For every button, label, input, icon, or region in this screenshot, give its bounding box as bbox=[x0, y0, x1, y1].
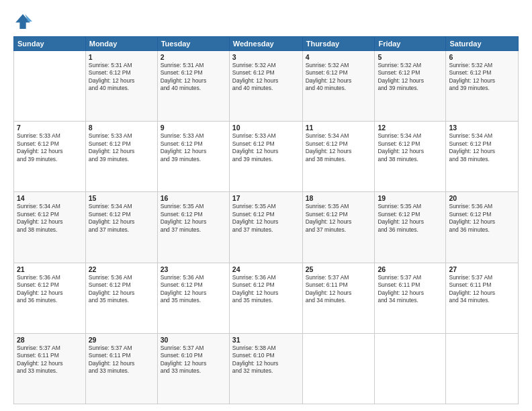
calendar-week-row: 14Sunrise: 5:34 AM Sunset: 6:12 PM Dayli… bbox=[14, 192, 519, 263]
day-number: 10 bbox=[232, 124, 300, 132]
day-number: 27 bbox=[449, 265, 515, 273]
weekday-header-tuesday: Tuesday bbox=[157, 37, 229, 51]
day-info: Sunrise: 5:36 AM Sunset: 6:12 PM Dayligh… bbox=[17, 274, 83, 305]
day-info: Sunrise: 5:36 AM Sunset: 6:12 PM Dayligh… bbox=[161, 274, 226, 305]
calendar-cell bbox=[446, 333, 519, 404]
day-number: 26 bbox=[378, 265, 443, 273]
day-info: Sunrise: 5:31 AM Sunset: 6:12 PM Dayligh… bbox=[89, 62, 154, 93]
day-number: 30 bbox=[161, 336, 226, 344]
day-info: Sunrise: 5:34 AM Sunset: 6:12 PM Dayligh… bbox=[89, 203, 154, 234]
day-number: 11 bbox=[306, 124, 372, 132]
weekday-header-sunday: Sunday bbox=[14, 37, 86, 51]
calendar-cell: 27Sunrise: 5:37 AM Sunset: 6:11 PM Dayli… bbox=[446, 263, 519, 333]
day-number: 8 bbox=[89, 124, 154, 132]
day-number: 19 bbox=[378, 194, 443, 202]
calendar-cell: 20Sunrise: 5:36 AM Sunset: 6:12 PM Dayli… bbox=[446, 192, 519, 263]
day-number: 15 bbox=[89, 194, 154, 202]
weekday-header-monday: Monday bbox=[85, 37, 157, 51]
calendar-cell: 22Sunrise: 5:36 AM Sunset: 6:12 PM Dayli… bbox=[85, 263, 157, 333]
day-number: 29 bbox=[89, 336, 154, 344]
svg-marker-0 bbox=[15, 14, 30, 29]
day-info: Sunrise: 5:34 AM Sunset: 6:12 PM Dayligh… bbox=[17, 203, 83, 234]
day-number: 4 bbox=[306, 53, 372, 61]
day-info: Sunrise: 5:33 AM Sunset: 6:12 PM Dayligh… bbox=[161, 132, 226, 163]
day-info: Sunrise: 5:34 AM Sunset: 6:12 PM Dayligh… bbox=[306, 132, 372, 163]
day-info: Sunrise: 5:35 AM Sunset: 6:12 PM Dayligh… bbox=[161, 203, 226, 234]
day-info: Sunrise: 5:34 AM Sunset: 6:12 PM Dayligh… bbox=[449, 132, 515, 163]
weekday-header-friday: Friday bbox=[375, 37, 446, 51]
day-number: 2 bbox=[161, 53, 226, 61]
day-number: 24 bbox=[232, 265, 300, 273]
calendar-week-row: 21Sunrise: 5:36 AM Sunset: 6:12 PM Dayli… bbox=[14, 263, 519, 333]
day-info: Sunrise: 5:34 AM Sunset: 6:12 PM Dayligh… bbox=[378, 132, 443, 163]
calendar-cell: 11Sunrise: 5:34 AM Sunset: 6:12 PM Dayli… bbox=[302, 122, 375, 192]
calendar-cell: 6Sunrise: 5:32 AM Sunset: 6:12 PM Daylig… bbox=[446, 51, 519, 122]
calendar-cell: 12Sunrise: 5:34 AM Sunset: 6:12 PM Dayli… bbox=[375, 122, 446, 192]
calendar-cell: 31Sunrise: 5:38 AM Sunset: 6:10 PM Dayli… bbox=[229, 333, 302, 404]
calendar-cell: 13Sunrise: 5:34 AM Sunset: 6:12 PM Dayli… bbox=[446, 122, 519, 192]
day-number: 6 bbox=[449, 53, 515, 61]
day-number: 1 bbox=[89, 53, 154, 61]
calendar-week-row: 1Sunrise: 5:31 AM Sunset: 6:12 PM Daylig… bbox=[14, 51, 519, 122]
day-number: 9 bbox=[161, 124, 226, 132]
day-number: 12 bbox=[378, 124, 443, 132]
calendar-cell: 16Sunrise: 5:35 AM Sunset: 6:12 PM Dayli… bbox=[157, 192, 229, 263]
calendar-cell: 10Sunrise: 5:33 AM Sunset: 6:12 PM Dayli… bbox=[229, 122, 302, 192]
calendar-cell: 28Sunrise: 5:37 AM Sunset: 6:11 PM Dayli… bbox=[14, 333, 86, 404]
day-info: Sunrise: 5:32 AM Sunset: 6:12 PM Dayligh… bbox=[378, 62, 443, 93]
day-number: 18 bbox=[306, 194, 372, 202]
day-info: Sunrise: 5:33 AM Sunset: 6:12 PM Dayligh… bbox=[89, 132, 154, 163]
logo-icon bbox=[13, 12, 32, 31]
day-info: Sunrise: 5:37 AM Sunset: 6:11 PM Dayligh… bbox=[306, 274, 372, 305]
weekday-header-saturday: Saturday bbox=[446, 37, 519, 51]
calendar-cell: 7Sunrise: 5:33 AM Sunset: 6:12 PM Daylig… bbox=[14, 122, 86, 192]
day-info: Sunrise: 5:37 AM Sunset: 6:11 PM Dayligh… bbox=[449, 274, 515, 305]
calendar-week-row: 28Sunrise: 5:37 AM Sunset: 6:11 PM Dayli… bbox=[14, 333, 519, 404]
logo bbox=[13, 12, 35, 31]
day-info: Sunrise: 5:32 AM Sunset: 6:12 PM Dayligh… bbox=[232, 62, 300, 93]
calendar-cell: 30Sunrise: 5:37 AM Sunset: 6:10 PM Dayli… bbox=[157, 333, 229, 404]
calendar-cell: 19Sunrise: 5:35 AM Sunset: 6:12 PM Dayli… bbox=[375, 192, 446, 263]
calendar-cell: 17Sunrise: 5:35 AM Sunset: 6:12 PM Dayli… bbox=[229, 192, 302, 263]
calendar-cell: 14Sunrise: 5:34 AM Sunset: 6:12 PM Dayli… bbox=[14, 192, 86, 263]
day-info: Sunrise: 5:31 AM Sunset: 6:12 PM Dayligh… bbox=[161, 62, 226, 93]
calendar-cell: 18Sunrise: 5:35 AM Sunset: 6:12 PM Dayli… bbox=[302, 192, 375, 263]
day-number: 23 bbox=[161, 265, 226, 273]
calendar-cell: 15Sunrise: 5:34 AM Sunset: 6:12 PM Dayli… bbox=[85, 192, 157, 263]
day-info: Sunrise: 5:33 AM Sunset: 6:12 PM Dayligh… bbox=[232, 132, 300, 163]
calendar-cell: 21Sunrise: 5:36 AM Sunset: 6:12 PM Dayli… bbox=[14, 263, 86, 333]
day-info: Sunrise: 5:37 AM Sunset: 6:11 PM Dayligh… bbox=[89, 345, 154, 375]
calendar-cell: 29Sunrise: 5:37 AM Sunset: 6:11 PM Dayli… bbox=[85, 333, 157, 404]
day-info: Sunrise: 5:32 AM Sunset: 6:12 PM Dayligh… bbox=[449, 62, 515, 93]
calendar-cell bbox=[14, 51, 86, 122]
day-info: Sunrise: 5:32 AM Sunset: 6:12 PM Dayligh… bbox=[306, 62, 372, 93]
weekday-header-wednesday: Wednesday bbox=[229, 37, 302, 51]
day-info: Sunrise: 5:35 AM Sunset: 6:12 PM Dayligh… bbox=[232, 203, 300, 234]
day-number: 14 bbox=[17, 194, 83, 202]
day-number: 16 bbox=[161, 194, 226, 202]
day-number: 3 bbox=[232, 53, 300, 61]
calendar-cell: 8Sunrise: 5:33 AM Sunset: 6:12 PM Daylig… bbox=[85, 122, 157, 192]
calendar-week-row: 7Sunrise: 5:33 AM Sunset: 6:12 PM Daylig… bbox=[14, 122, 519, 192]
day-info: Sunrise: 5:37 AM Sunset: 6:10 PM Dayligh… bbox=[161, 345, 226, 375]
day-number: 25 bbox=[306, 265, 372, 273]
calendar-cell: 1Sunrise: 5:31 AM Sunset: 6:12 PM Daylig… bbox=[85, 51, 157, 122]
day-number: 5 bbox=[378, 53, 443, 61]
calendar-cell: 23Sunrise: 5:36 AM Sunset: 6:12 PM Dayli… bbox=[157, 263, 229, 333]
day-number: 22 bbox=[89, 265, 154, 273]
calendar-cell: 24Sunrise: 5:36 AM Sunset: 6:12 PM Dayli… bbox=[229, 263, 302, 333]
day-number: 28 bbox=[17, 336, 83, 344]
day-info: Sunrise: 5:33 AM Sunset: 6:12 PM Dayligh… bbox=[17, 132, 83, 163]
day-info: Sunrise: 5:36 AM Sunset: 6:12 PM Dayligh… bbox=[89, 274, 154, 305]
weekday-header-thursday: Thursday bbox=[302, 37, 375, 51]
calendar-cell: 3Sunrise: 5:32 AM Sunset: 6:12 PM Daylig… bbox=[229, 51, 302, 122]
day-number: 17 bbox=[232, 194, 300, 202]
day-info: Sunrise: 5:37 AM Sunset: 6:11 PM Dayligh… bbox=[378, 274, 443, 305]
day-number: 20 bbox=[449, 194, 515, 202]
day-info: Sunrise: 5:37 AM Sunset: 6:11 PM Dayligh… bbox=[17, 345, 83, 375]
page: SundayMondayTuesdayWednesdayThursdayFrid… bbox=[0, 0, 532, 411]
calendar-cell: 9Sunrise: 5:33 AM Sunset: 6:12 PM Daylig… bbox=[157, 122, 229, 192]
day-info: Sunrise: 5:36 AM Sunset: 6:12 PM Dayligh… bbox=[232, 274, 300, 305]
calendar-cell: 25Sunrise: 5:37 AM Sunset: 6:11 PM Dayli… bbox=[302, 263, 375, 333]
calendar-cell bbox=[302, 333, 375, 404]
